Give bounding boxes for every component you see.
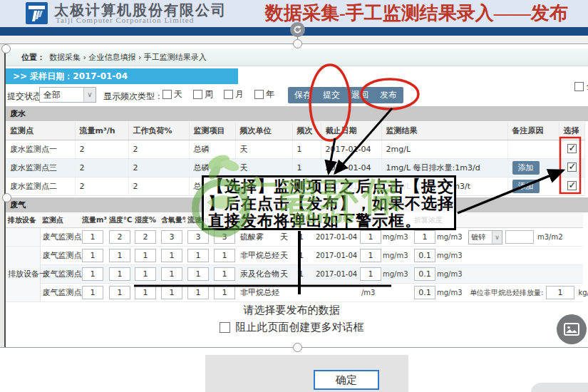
point-cell: 废水监测点二	[6, 177, 75, 196]
taiji-logo-icon	[26, 2, 48, 24]
humidity-input[interactable]	[135, 286, 156, 299]
freq-option-day[interactable]: 天	[163, 88, 182, 100]
humidity-input[interactable]	[135, 249, 156, 262]
measured-input[interactable]	[360, 249, 381, 262]
col-point: 监测点	[6, 122, 75, 140]
converted-input[interactable]	[414, 230, 435, 244]
col-freq: 频次	[292, 122, 321, 140]
ok-button[interactable]: 确定	[314, 370, 379, 390]
breadcrumb-path: 数据采集 › 企业信息填报 › 手工监测结果录入	[49, 52, 207, 63]
add-remark-button[interactable]: 添加	[512, 180, 540, 193]
freq-option-week[interactable]: 周	[193, 88, 213, 100]
table-row: 废气监测点二 汞及化合物 天 1 2017-01-04 mg/m3 mg/m3	[6, 265, 583, 284]
screenshot-page: 太极计算机股份有限公司 Taiji Computer Corporation L…	[0, 0, 588, 392]
status-select-value: 全部	[43, 90, 61, 100]
save-button[interactable]: 保存	[288, 87, 318, 103]
converted-input[interactable]	[414, 267, 435, 281]
table-row: 废气监测点三 非甲烷总烃 /m3 mg/m3 单位非甲烷总烃排放量: kg/t …	[6, 284, 583, 302]
freq-option-year[interactable]: 年	[254, 88, 274, 100]
back-button[interactable]: 退回	[345, 87, 375, 103]
converted-input[interactable]	[414, 286, 435, 299]
status-select[interactable]: 全部 ∨	[39, 87, 96, 103]
publish-button[interactable]: 发布	[373, 87, 403, 103]
submit-button[interactable]: 提交	[316, 87, 346, 103]
point-cell: 废气监测点四	[40, 228, 80, 247]
col-item: 监测项目	[189, 122, 235, 140]
company-name-en: Taiji Computer Corporation Limited	[56, 16, 194, 24]
freq-type-label: 显示频次类型：	[103, 91, 163, 103]
week-checkbox[interactable]	[193, 90, 202, 99]
oxygen-input[interactable]	[161, 249, 182, 262]
humidity-input[interactable]	[135, 230, 156, 244]
flow-input[interactable]	[82, 267, 103, 281]
point-cell: 废气监测点二	[40, 265, 80, 284]
device-cell: 排放设备一	[6, 247, 40, 302]
annotation-line-1: 【选择】监测项目之后点击【提交	[208, 178, 450, 195]
extra-input[interactable]	[505, 230, 534, 244]
row-select-checkbox[interactable]	[567, 144, 577, 153]
table-row: 废水监测点三 2 2 总磷 天 1 2017-01-04 1mg/L 每日排水量…	[6, 159, 584, 177]
speed-input[interactable]	[187, 267, 209, 281]
day-checkbox[interactable]	[163, 90, 172, 99]
month-label: 月	[235, 88, 244, 100]
load-input[interactable]	[214, 249, 235, 262]
year-label: 年	[266, 88, 274, 100]
row-select-checkbox[interactable]	[567, 181, 577, 190]
col-flow: 流量m³/h	[75, 122, 128, 140]
resize-handle-left[interactable]	[2, 193, 11, 202]
point-cell: 废气监测点三	[40, 284, 80, 302]
extra-select[interactable]: 镀锌 ∨	[468, 230, 502, 244]
converted-input[interactable]	[414, 249, 435, 262]
flow-input[interactable]	[82, 230, 103, 244]
sample-date-bar: >> 采样日期：2017-01-04	[6, 68, 238, 84]
humidity-input[interactable]	[135, 267, 156, 281]
table-row: 废气监测点四 硫酸雾 天 1 2017-01-04 mg/m3 mg/m3 镀锌…	[6, 228, 583, 247]
flow-input[interactable]	[82, 249, 103, 262]
breadcrumb-label: 位置：	[21, 52, 45, 63]
temp-input[interactable]	[109, 267, 130, 281]
col-result: 监测结果	[381, 122, 507, 140]
month-checkbox[interactable]	[224, 90, 233, 99]
year-checkbox[interactable]	[254, 90, 264, 99]
dialog-suppress-option[interactable]: 阻止此页面创建更多对话框	[0, 321, 583, 334]
breadcrumb: 位置： 数据采集 › 企业信息填报 › 手工监测结果录入	[6, 48, 588, 66]
speed-input[interactable]	[187, 249, 209, 262]
rotate-icon	[293, 25, 302, 34]
chevron-down-icon: ∨	[492, 231, 502, 244]
page-title: 数据采集-手工监测结果录入——发布	[265, 1, 568, 26]
point-cell: 废水监测点一	[6, 140, 75, 159]
image-preview-button[interactable]	[557, 314, 587, 344]
measured-input[interactable]	[360, 230, 381, 244]
load-input[interactable]	[214, 267, 235, 281]
load-input[interactable]	[214, 286, 235, 299]
suppress-dialog-checkbox[interactable]	[220, 322, 230, 333]
nmhc-emission-input[interactable]	[546, 286, 574, 299]
resize-handle-bottom[interactable]	[293, 343, 302, 352]
resize-handle-top[interactable]	[293, 39, 302, 48]
table-row: 废水监测点一 2 2 总磷 天 1 2017-01-04 2mg/L	[6, 140, 584, 159]
oxygen-input[interactable]	[161, 286, 182, 299]
oxygen-input[interactable]	[161, 230, 182, 244]
temp-input[interactable]	[109, 286, 130, 299]
temp-input[interactable]	[109, 249, 130, 262]
row-select-checkbox[interactable]	[567, 163, 577, 172]
resize-handle-topleft[interactable]	[1, 44, 11, 53]
chevron-down-icon: ∨	[83, 88, 96, 102]
temp-input[interactable]	[109, 230, 130, 244]
add-remark-button[interactable]: 添加	[512, 161, 540, 175]
speed-input[interactable]	[187, 230, 209, 244]
flow-input[interactable]	[82, 286, 103, 299]
speed-input[interactable]	[187, 286, 209, 299]
week-label: 周	[205, 88, 213, 100]
col-select: 选择	[559, 122, 584, 140]
select-all-option[interactable]: 全	[574, 81, 588, 93]
annotation-line-3: 直接发布将弹出如下警示框。	[208, 212, 450, 229]
oxygen-input[interactable]	[161, 267, 182, 281]
load-input[interactable]	[214, 230, 235, 244]
table-row: 排放设备一 废气监测点一 非甲烷总烃 天 1 2017-01-04 mg/m3 …	[6, 247, 583, 265]
rotate-handle[interactable]	[290, 22, 305, 37]
select-all-checkbox[interactable]	[574, 82, 584, 91]
measured-input[interactable]	[360, 267, 381, 281]
annotation-line-2: 】后在点击【发布】，如果不选择	[208, 195, 450, 212]
freq-option-month[interactable]: 月	[224, 88, 244, 100]
